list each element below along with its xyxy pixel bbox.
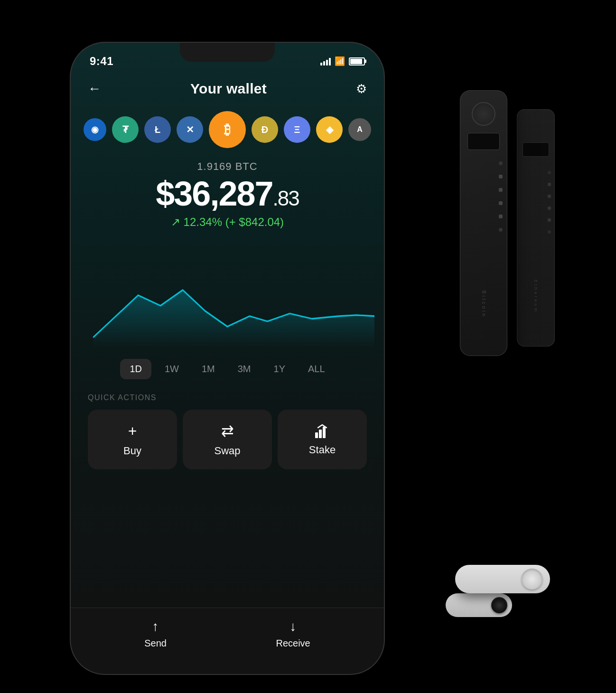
actions-grid: + Buy ⇄ Swap Stake (71, 410, 384, 469)
signal-bar-4 (329, 58, 331, 66)
time-filter-all[interactable]: ALL (299, 359, 335, 379)
ledger-s-icon-2 (548, 195, 551, 198)
price-change: ↗ 12.34% (+ $842.04) (71, 215, 384, 229)
phone-screen: 9:41 📶 ← Your wallet (71, 43, 384, 674)
time-filters: 1D 1W 1M 3M 1Y ALL (71, 359, 384, 379)
ledger-icon-1 (499, 175, 503, 178)
header: ← Your wallet ⚙ (71, 76, 384, 102)
usd-main: $36,287 (156, 175, 272, 213)
crypto-icons-row: ◉ ₮ Ł ✕ ₿ Ð Ξ ◈ A (71, 102, 384, 153)
back-button[interactable]: ← (88, 81, 101, 96)
swap-button[interactable]: ⇄ Swap (183, 410, 272, 469)
bottom-nav: ↑ Send ↓ Receive (71, 608, 384, 674)
receive-label: Receive (276, 638, 310, 649)
battery-fill (350, 59, 362, 64)
signal-bar-3 (326, 60, 328, 66)
crypto-icon-ethereum[interactable]: Ξ (284, 116, 310, 143)
ledger-main-button (472, 102, 495, 126)
stake-button[interactable]: Stake (278, 410, 367, 469)
stake-icon (314, 423, 330, 439)
ledger-icon-3 (499, 201, 503, 205)
ledger-side-controls (499, 161, 503, 232)
signal-bar-1 (320, 63, 322, 66)
wifi-icon: 📶 (335, 56, 345, 66)
phone: 9:41 📶 ← Your wallet (71, 43, 384, 674)
ledger-s-icon-3 (548, 206, 551, 210)
crypto-icon-bnb[interactable]: ◈ (316, 116, 343, 143)
crypto-icon-tether[interactable]: ₮ (112, 116, 139, 143)
ledger-s-icon-1 (548, 183, 551, 186)
wallet-info: 1.9169 BTC $36,287.83 ↗ 12.34% (+ $842.0… (71, 153, 384, 234)
ledger-s-nav-down (548, 230, 551, 234)
nano-s-small-device (446, 593, 512, 617)
notch (180, 43, 275, 62)
buy-label: Buy (123, 445, 141, 457)
status-icons: 📶 (320, 56, 365, 66)
ledger-nav-down (499, 228, 503, 232)
ledger-icon-2 (499, 188, 503, 192)
ledger-main-screen (467, 133, 500, 150)
nano-s-small-button (491, 597, 507, 613)
scene: 9:41 📶 ← Your wallet (47, 14, 569, 679)
ledger-main-device: Bitcoin (460, 90, 507, 356)
send-icon: ↑ (152, 619, 159, 634)
ledger-side-device: Ethereum (517, 109, 555, 346)
ledger-side-controls-2 (548, 171, 551, 234)
crypto-icon-ripple[interactable]: ✕ (177, 116, 203, 143)
usd-cents: .83 (273, 187, 299, 210)
page-title: Your wallet (190, 81, 267, 97)
ledger-s-icon-4 (548, 218, 551, 222)
settings-button[interactable]: ⚙ (356, 82, 367, 96)
time-filter-1d[interactable]: 1D (120, 359, 151, 379)
swap-label: Swap (214, 445, 240, 457)
quick-actions-label: QUICK ACTIONS (71, 393, 384, 402)
chart-area (80, 243, 374, 347)
ledger-s-nav-up (548, 171, 551, 174)
time-filter-1w[interactable]: 1W (155, 359, 188, 379)
ledger-side-screen (523, 142, 549, 157)
battery-icon (349, 57, 365, 66)
svg-rect-0 (315, 432, 318, 438)
crypto-icon-unknown[interactable]: ◉ (84, 118, 106, 141)
svg-rect-1 (319, 430, 322, 438)
crypto-icon-bitcoin[interactable]: ₿ (209, 111, 246, 148)
ledger-icon-4 (499, 215, 503, 218)
time-filter-3m[interactable]: 3M (228, 359, 261, 379)
receive-button[interactable]: ↓ Receive (276, 619, 310, 649)
signal-bar-2 (323, 61, 325, 66)
receive-icon: ↓ (290, 619, 297, 634)
swap-icon: ⇄ (221, 422, 234, 440)
nano-s-device (455, 565, 550, 593)
buy-icon: + (128, 422, 137, 440)
send-label: Send (144, 638, 167, 649)
signal-bars-icon (320, 57, 331, 66)
price-chart (80, 243, 374, 347)
send-button[interactable]: ↑ Send (144, 619, 167, 649)
stake-label: Stake (309, 444, 336, 456)
ledger-main-label: Bitcoin (481, 290, 486, 318)
chart-fill (93, 290, 374, 347)
time-filter-1m[interactable]: 1M (192, 359, 224, 379)
btc-balance: 1.9169 BTC (71, 160, 384, 173)
ledger-side-label: Ethereum (533, 280, 538, 313)
crypto-icon-dogecoin[interactable]: Ð (252, 116, 278, 143)
crypto-icon-algo[interactable]: A (348, 118, 371, 141)
status-time: 9:41 (90, 55, 113, 68)
buy-button[interactable]: + Buy (88, 410, 177, 469)
time-filter-1y[interactable]: 1Y (264, 359, 295, 379)
usd-balance: $36,287.83 (71, 177, 384, 211)
ledger-nav-up (499, 161, 503, 165)
nano-s-button (522, 569, 542, 590)
crypto-icon-litecoin[interactable]: Ł (144, 116, 171, 143)
svg-rect-2 (323, 427, 326, 438)
